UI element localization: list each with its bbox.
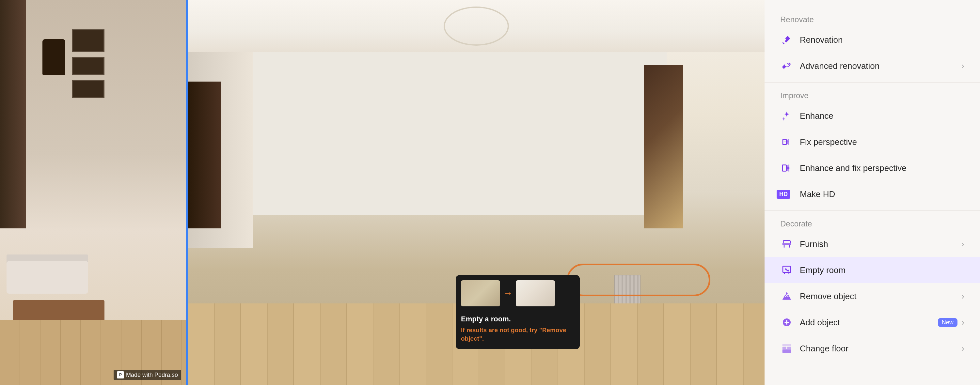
sparkle-icon [780,109,793,122]
left-thumbnail-panel: P Made with Pedra.so [0,0,186,385]
divider-1 [765,82,980,82]
svg-rect-15 [783,347,786,349]
sidebar-item-remove-object[interactable]: Remove object › [765,283,980,309]
enhance-label: Enhance [800,111,964,121]
svg-rect-14 [783,349,791,353]
sidebar-item-fix-perspective[interactable]: Fix perspective [765,129,980,155]
furnish-chevron: › [961,239,964,249]
sidebar-item-advanced-renovation[interactable]: Advanced renovation › [765,53,980,79]
section-label-renovate: Renovate [765,10,980,27]
watermark: P Made with Pedra.so [114,370,181,380]
advanced-renovation-chevron: › [961,61,964,71]
section-label-improve: Improve [765,86,980,103]
enhance-fix-perspective-label: Enhance and fix perspective [800,163,964,173]
change-floor-chevron: › [961,343,964,354]
make-hd-label: Make HD [800,189,964,200]
tooltip-before-image [461,280,500,306]
new-badge: New [938,318,958,327]
sidebar-item-enhance-fix-perspective[interactable]: Enhance and fix perspective [765,155,980,181]
right-sidebar: Renovate Renovation Advanced renovation … [765,0,980,385]
sidebar-item-add-object[interactable]: Add object New › [765,309,980,336]
renovation-label: Renovation [800,35,964,45]
tooltip-arrow-symbol: → [503,288,512,299]
floor-icon [780,342,793,355]
main-room-panel: → Empty a room. If results are not good,… [188,0,765,385]
add-object-label: Add object [800,317,938,328]
watermark-logo: P [117,371,124,379]
remove-object-chevron: › [961,291,964,301]
add-object-icon [780,316,793,329]
remove-icon [780,290,793,303]
sidebar-item-enhance[interactable]: Enhance [765,103,980,129]
sidebar-item-make-hd[interactable]: HD Make HD [765,181,980,207]
svg-rect-6 [783,266,791,273]
enhance-perspective-icon [780,162,793,174]
empty-room-label: Empty room [800,265,964,276]
hd-icon: HD [780,188,793,201]
sidebar-item-furnish[interactable]: Furnish › [765,231,980,257]
hammer-icon [780,33,793,46]
tooltip-subtitle: If results are not good, try "Remove obj… [461,326,574,343]
advanced-renovation-label: Advanced renovation [800,61,961,71]
add-object-chevron: › [961,317,964,328]
change-floor-label: Change floor [800,344,961,354]
chair-icon [780,238,793,250]
furnish-label: Furnish [800,239,961,249]
perspective-icon [780,135,793,149]
tooltip-popup: → Empty a room. If results are not good,… [456,275,580,349]
tooltip-title: Empty a room. [461,315,574,323]
divider-2 [765,211,980,211]
svg-rect-17 [783,344,791,347]
sidebar-item-change-floor[interactable]: Change floor › [765,336,980,361]
fix-perspective-label: Fix perspective [800,137,964,147]
empty-room-icon [780,264,793,277]
sidebar-item-empty-room[interactable]: Empty room [765,257,980,283]
section-label-decorate: Decorate [765,214,980,231]
tooltip-after-image [516,280,555,306]
remove-object-label: Remove object [800,292,961,301]
svg-rect-16 [787,347,791,349]
sidebar-item-renovation[interactable]: Renovation [765,27,980,53]
wrench-icon [780,59,793,73]
